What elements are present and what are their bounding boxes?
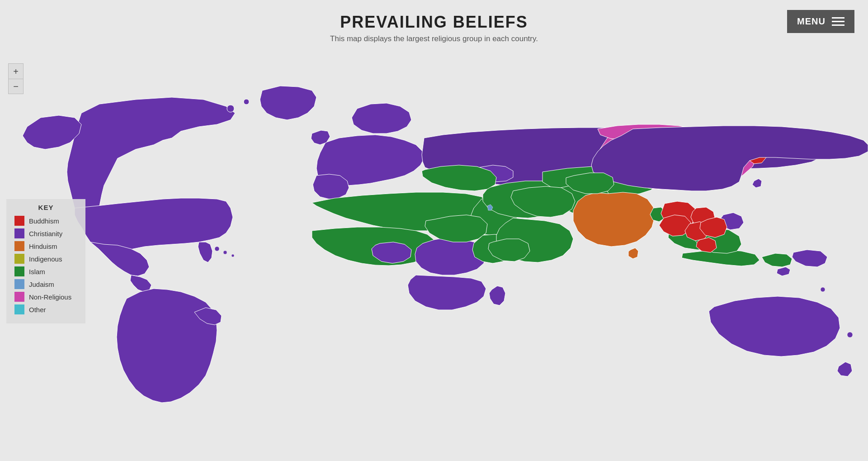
svg-point-4 — [223, 251, 227, 254]
legend-item: Indigenous — [14, 254, 77, 264]
zoom-out-button[interactable]: − — [8, 79, 24, 94]
world-map — [0, 54, 868, 452]
legend-item-label: Islam — [29, 268, 45, 276]
page-title: PREVAILING BELIEFS — [0, 13, 868, 32]
hamburger-icon — [832, 17, 844, 26]
page-header: PREVAILING BELIEFS This map displays the… — [0, 0, 868, 47]
legend-item-label: Hinduism — [29, 242, 57, 250]
legend-item: Buddhism — [14, 216, 77, 226]
menu-label: MENU — [797, 16, 826, 27]
legend-item: Non-Religious — [14, 292, 77, 302]
legend-color-swatch — [14, 241, 24, 251]
legend-color-swatch — [14, 228, 24, 238]
legend-item-label: Judaism — [29, 280, 54, 288]
legend-item: Other — [14, 304, 77, 314]
menu-button[interactable]: MENU — [787, 10, 854, 33]
legend-item: Christianity — [14, 228, 77, 238]
legend-title: KEY — [14, 204, 77, 211]
legend-item-label: Other — [29, 306, 46, 314]
legend-item-label: Non-Religious — [29, 293, 71, 301]
zoom-in-button[interactable]: + — [8, 63, 24, 79]
legend-item-label: Christianity — [29, 230, 62, 238]
legend-color-swatch — [14, 279, 24, 289]
legend-item: Hinduism — [14, 241, 77, 251]
map-container — [0, 54, 868, 452]
zoom-controls: + − — [8, 63, 24, 94]
svg-point-1 — [227, 105, 234, 112]
svg-point-3 — [215, 247, 219, 251]
legend-color-swatch — [14, 254, 24, 264]
legend-color-swatch — [14, 292, 24, 302]
legend-item-label: Buddhism — [29, 217, 59, 225]
legend-item: Islam — [14, 266, 77, 276]
svg-point-5 — [231, 254, 234, 257]
legend-items: BuddhismChristianityHinduismIndigenousIs… — [14, 216, 77, 314]
legend-color-swatch — [14, 266, 24, 276]
legend-color-swatch — [14, 304, 24, 314]
svg-point-7 — [821, 287, 825, 292]
svg-point-6 — [847, 332, 853, 337]
page-subtitle: This map displays the largest religious … — [0, 34, 868, 43]
legend-color-swatch — [14, 216, 24, 226]
legend: KEY BuddhismChristianityHinduismIndigeno… — [6, 199, 85, 323]
legend-item-label: Indigenous — [29, 255, 62, 263]
svg-point-2 — [244, 99, 249, 105]
legend-item: Judaism — [14, 279, 77, 289]
